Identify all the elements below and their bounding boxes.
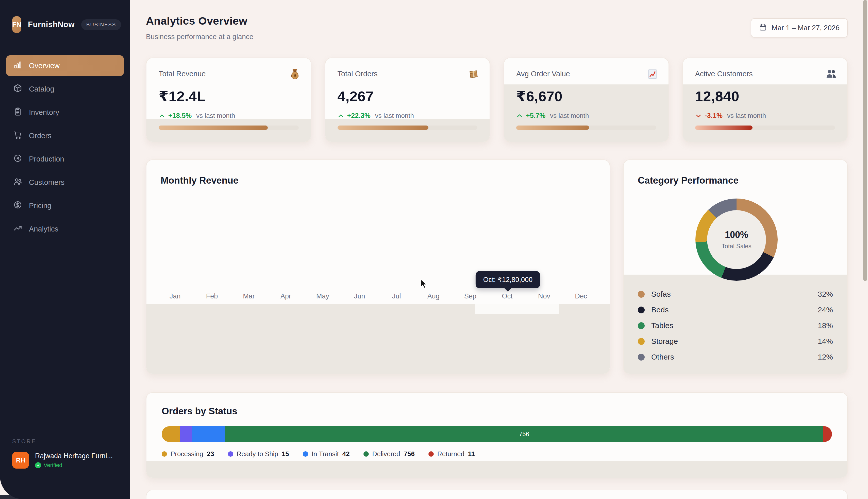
scrollbar-thumb[interactable] bbox=[863, 0, 867, 281]
kpi-compare-label: vs last month bbox=[196, 112, 235, 120]
page-title: Analytics Overview bbox=[146, 15, 253, 27]
bar-segment-ready-to-ship bbox=[180, 426, 192, 442]
legend-item: Ready to Ship 15 bbox=[228, 450, 289, 458]
kpi-label: Avg Order Value bbox=[516, 68, 570, 78]
month-tick: Nov bbox=[526, 292, 562, 304]
legend-label: Others bbox=[651, 353, 674, 361]
legend-label: Beds bbox=[651, 306, 668, 314]
orders-by-status-title: Orders by Status bbox=[162, 406, 237, 417]
play-circle-icon bbox=[13, 154, 22, 165]
store-section-label: STORE bbox=[12, 438, 118, 445]
legend-dot bbox=[162, 451, 167, 457]
date-range-picker[interactable]: Mar 1 – Mar 27, 2026 bbox=[751, 18, 848, 37]
kpi-label: Active Customers bbox=[695, 68, 753, 78]
category-performance-title: Category Performance bbox=[638, 175, 739, 186]
legend-count: 42 bbox=[342, 450, 350, 458]
monthly-revenue-card[interactable]: Monthly Revenue Jan Feb Mar Apr May Jun … bbox=[146, 159, 610, 374]
kpi-value: ₹12.4L bbox=[159, 88, 205, 105]
chevron-up-icon bbox=[516, 112, 523, 119]
legend-count: 15 bbox=[282, 450, 289, 458]
sidebar-item-label: Catalog bbox=[29, 85, 54, 93]
status-stacked-bar[interactable]: 756 bbox=[162, 426, 832, 442]
monthly-revenue-plot-area bbox=[146, 304, 610, 374]
legend-dot bbox=[228, 451, 233, 457]
next-card-partial bbox=[146, 490, 848, 499]
cart-icon bbox=[13, 130, 22, 141]
store-switcher[interactable]: RH Rajwada Heritage Furni... Verified bbox=[12, 452, 118, 468]
legend-label: Delivered bbox=[372, 450, 400, 458]
legend-row: Beds 24% bbox=[638, 302, 833, 318]
sidebar-item-production[interactable]: Production bbox=[6, 149, 124, 169]
kpi-card-total-orders: Total Orders 4,267 +22.3% vs last month bbox=[325, 58, 490, 142]
legend-label: Ready to Ship bbox=[237, 450, 278, 458]
people-icon bbox=[825, 68, 837, 80]
legend-count: 11 bbox=[468, 450, 475, 458]
kpi-progress-track bbox=[516, 125, 656, 130]
kpi-label: Total Orders bbox=[337, 68, 378, 78]
kpi-row: Total Revenue $ ₹12.4L +18.5% vs last mo… bbox=[146, 58, 848, 142]
kpi-label: Total Revenue bbox=[159, 68, 205, 78]
kpi-delta-value: +22.3% bbox=[347, 112, 370, 120]
legend-row: Others 12% bbox=[638, 349, 833, 365]
store-avatar: RH bbox=[12, 452, 29, 468]
legend-value: 12% bbox=[818, 353, 833, 361]
charts-row: Monthly Revenue Jan Feb Mar Apr May Jun … bbox=[146, 159, 848, 374]
legend-dot bbox=[638, 354, 645, 361]
analytics-dashboard: FN FurnishNow BUSINESS Overview Catalog bbox=[0, 0, 868, 499]
legend-dot bbox=[428, 451, 434, 457]
chevron-up-icon bbox=[337, 112, 344, 119]
kpi-card-shade bbox=[325, 119, 490, 142]
main-content: Analytics Overview Business performance … bbox=[130, 0, 868, 499]
legend-label: Tables bbox=[651, 321, 673, 330]
legend-dot bbox=[364, 451, 369, 457]
category-donut[interactable]: 100% Total Sales bbox=[695, 198, 778, 281]
legend-row: Sofas 32% bbox=[638, 286, 833, 302]
month-tick: Jun bbox=[341, 292, 378, 304]
sidebar-item-catalog[interactable]: Catalog bbox=[6, 78, 124, 99]
month-tick: Aug bbox=[415, 292, 452, 304]
kpi-card-active-customers: Active Customers 12,840 -3.1% vs last mo… bbox=[682, 58, 848, 142]
legend-value: 14% bbox=[818, 337, 833, 345]
legend-item: In Transit 42 bbox=[303, 450, 350, 458]
sidebar-item-pricing[interactable]: Pricing bbox=[6, 195, 124, 216]
legend-row: Tables 18% bbox=[638, 318, 833, 333]
business-badge: BUSINESS bbox=[81, 19, 121, 30]
legend-value: 24% bbox=[818, 306, 833, 314]
sidebar-item-label: Analytics bbox=[29, 225, 58, 233]
kpi-card-shade bbox=[146, 119, 311, 142]
sidebar-item-inventory[interactable]: Inventory bbox=[6, 102, 124, 123]
legend-row: Storage 14% bbox=[638, 333, 833, 349]
store-section: STORE RH Rajwada Heritage Furni... Verif… bbox=[0, 438, 130, 499]
kpi-progress-fill bbox=[337, 125, 428, 130]
brand-name: FurnishNow bbox=[28, 20, 75, 29]
sidebar-item-overview[interactable]: Overview bbox=[6, 55, 124, 76]
sidebar-item-orders[interactable]: Orders bbox=[6, 125, 124, 146]
legend-item: Delivered 756 bbox=[364, 450, 415, 458]
kpi-progress-fill bbox=[695, 125, 752, 130]
sidebar-item-customers[interactable]: Customers bbox=[6, 172, 124, 193]
kpi-compare-label: vs last month bbox=[375, 112, 414, 120]
sidebar-item-analytics[interactable]: Analytics bbox=[6, 219, 124, 239]
bar-segment-delivered: 756 bbox=[225, 426, 823, 442]
legend-dot bbox=[638, 322, 645, 329]
verified-check-icon bbox=[35, 462, 41, 468]
month-tick: Dec bbox=[563, 292, 599, 304]
brand-logo: FN bbox=[12, 16, 21, 33]
chevron-down-icon bbox=[695, 112, 702, 119]
kpi-value: ₹6,670 bbox=[516, 88, 562, 105]
legend-item: Returned 11 bbox=[428, 450, 475, 458]
sidebar: FN FurnishNow BUSINESS Overview Catalog bbox=[0, 0, 130, 499]
trending-up-icon bbox=[13, 224, 22, 234]
hover-column-highlight bbox=[475, 304, 559, 314]
legend-item: Processing 23 bbox=[162, 450, 214, 458]
package-icon bbox=[468, 68, 479, 80]
legend-count: 23 bbox=[207, 450, 214, 458]
kpi-progress-track bbox=[337, 125, 478, 130]
kpi-card-total-revenue: Total Revenue $ ₹12.4L +18.5% vs last mo… bbox=[146, 58, 311, 142]
monthly-revenue-title: Monthly Revenue bbox=[160, 175, 238, 186]
status-legend: Processing 23 Ready to Ship 15 In Transi… bbox=[162, 450, 475, 458]
page-header: Analytics Overview Business performance … bbox=[146, 15, 848, 41]
sidebar-item-label: Pricing bbox=[29, 202, 51, 210]
brand-header: FN FurnishNow BUSINESS bbox=[0, 0, 130, 48]
month-tick: Sep bbox=[452, 292, 489, 304]
